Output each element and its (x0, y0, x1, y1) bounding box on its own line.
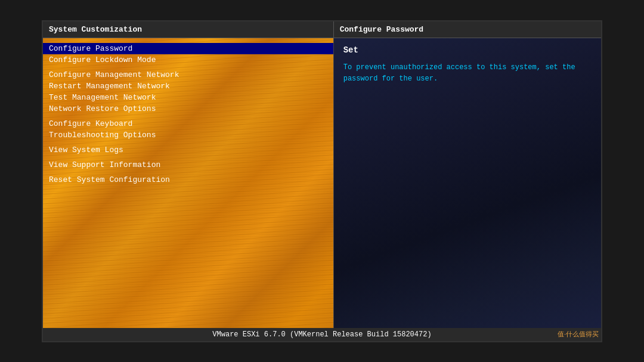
system-customization-title: System Customization (49, 25, 142, 34)
info-description: To prevent unauthorized access to this s… (343, 62, 592, 85)
menu-item-configure-password[interactable]: Configure Password (43, 43, 333, 54)
info-panel: Set To prevent unauthorized access to th… (333, 38, 601, 328)
menu-item-troubleshooting[interactable]: Troubleshooting Options (43, 129, 333, 141)
menu-item-configure-mgmt-network[interactable]: Configure Management Network (43, 69, 333, 81)
menu-item-reset-config[interactable]: Reset System Configuration (43, 174, 333, 185)
menu-item-restart-mgmt-network[interactable]: Restart Management Network (43, 81, 333, 92)
watermark-text: 值·什么值得买 (558, 330, 599, 338)
body: Configure PasswordConfigure Lockdown Mod… (43, 38, 601, 328)
menu-item-view-support[interactable]: View Support Information (43, 159, 333, 171)
menu-item-view-logs[interactable]: View System Logs (43, 144, 333, 156)
menu-item-configure-keyboard[interactable]: Configure Keyboard (43, 118, 333, 129)
watermark: 值·什么值得买 (558, 330, 599, 339)
info-title: Set (343, 45, 592, 55)
menu-item-network-restore[interactable]: Network Restore Options (43, 103, 333, 115)
header-left: System Customization (43, 21, 333, 38)
configure-password-title: Configure Password (340, 25, 423, 34)
menu-panel: Configure PasswordConfigure Lockdown Mod… (43, 38, 333, 328)
status-text: VMware ESXi 6.7.0 (VMKernel Release Buil… (212, 330, 431, 339)
status-bar: VMware ESXi 6.7.0 (VMKernel Release Buil… (43, 328, 601, 341)
header-right: Configure Password (333, 21, 601, 38)
menu-item-test-mgmt-network[interactable]: Test Management Network (43, 92, 333, 103)
menu-item-configure-lockdown[interactable]: Configure Lockdown Mode (43, 54, 333, 66)
header: System Customization Configure Password (43, 21, 601, 38)
